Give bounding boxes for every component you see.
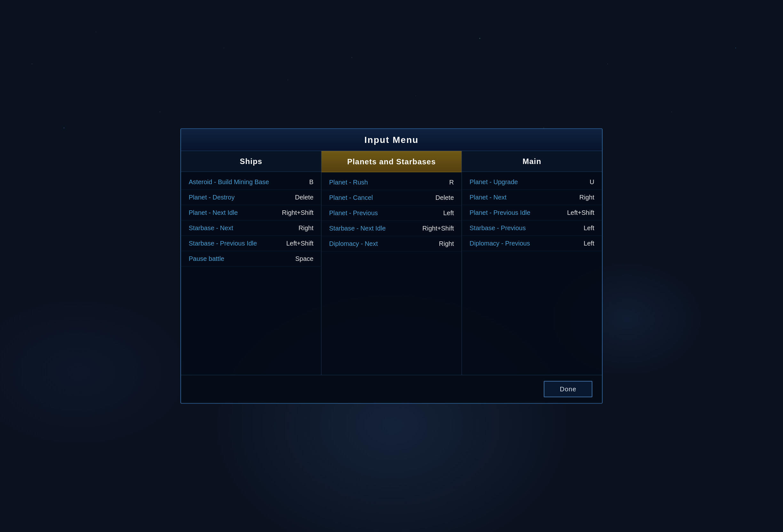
keybind-action: Pause battle	[189, 255, 224, 263]
keybind-key: Left+Shift	[286, 240, 313, 247]
keybind-key: Delete	[435, 194, 454, 201]
keybind-row[interactable]: Planet - Next Idle Right+Shift	[181, 205, 321, 221]
keybind-key: Left	[584, 240, 594, 247]
keybind-key: Right+Shift	[282, 209, 313, 217]
keybind-action: Diplomacy - Previous	[470, 240, 530, 247]
modal-title: Input Menu	[364, 135, 418, 145]
keybind-key: Right	[299, 225, 313, 232]
keybind-row[interactable]: Starbase - Next Right	[181, 221, 321, 236]
keybind-action: Planet - Cancel	[329, 194, 373, 201]
keybind-key: U	[590, 178, 594, 186]
keybind-key: B	[309, 178, 313, 186]
keybind-action: Planet - Destroy	[189, 194, 234, 201]
keybind-key: Delete	[295, 194, 313, 201]
columns-container: Ships Asteroid - Build Mining Base B Pla…	[181, 151, 602, 375]
input-menu-modal: Input Menu Ships Asteroid - Build Mining…	[180, 129, 603, 404]
modal-title-bar: Input Menu	[181, 129, 602, 151]
done-button[interactable]: Done	[544, 381, 592, 397]
keybind-row[interactable]: Planet - Upgrade U	[462, 174, 602, 190]
main-keybind-list: Planet - Upgrade U Planet - Next Right P…	[462, 172, 602, 375]
keybind-action: Planet - Next Idle	[189, 209, 238, 217]
keybind-row[interactable]: Planet - Previous Idle Left+Shift	[462, 205, 602, 221]
planets-starbases-column-header: Planets and Starbases	[321, 151, 462, 172]
keybind-key: Right	[439, 240, 454, 247]
keybind-action: Planet - Rush	[329, 179, 368, 186]
planets-starbases-column-title: Planets and Starbases	[347, 157, 436, 166]
keybind-key: Right	[579, 194, 594, 201]
keybind-action: Starbase - Previous Idle	[189, 240, 257, 247]
main-column-header: Main	[462, 151, 602, 172]
planets-starbases-column: Planets and Starbases Planet - Rush R Pl…	[321, 151, 462, 375]
keybind-row[interactable]: Pause battle Space	[181, 251, 321, 267]
keybind-row[interactable]: Planet - Next Right	[462, 190, 602, 205]
keybind-action: Planet - Previous	[329, 209, 378, 217]
ships-keybind-list: Asteroid - Build Mining Base B Planet - …	[181, 172, 321, 375]
keybind-row[interactable]: Diplomacy - Previous Left	[462, 236, 602, 251]
keybind-row[interactable]: Planet - Cancel Delete	[321, 190, 462, 206]
keybind-action: Starbase - Next Idle	[329, 225, 386, 232]
planets-starbases-keybind-list: Planet - Rush R Planet - Cancel Delete P…	[321, 172, 462, 375]
keybind-row[interactable]: Planet - Rush R	[321, 175, 462, 190]
keybind-row[interactable]: Planet - Previous Left	[321, 206, 462, 221]
keybind-action: Starbase - Next	[189, 225, 233, 232]
keybind-row[interactable]: Planet - Destroy Delete	[181, 190, 321, 205]
keybind-row[interactable]: Starbase - Previous Idle Left+Shift	[181, 236, 321, 251]
keybind-key: Left	[584, 225, 594, 232]
keybind-key: R	[449, 179, 454, 186]
keybind-key: Left	[443, 209, 454, 217]
keybind-action: Diplomacy - Next	[329, 240, 378, 247]
main-column: Main Planet - Upgrade U Planet - Next Ri…	[462, 151, 602, 375]
keybind-row[interactable]: Diplomacy - Next Right	[321, 236, 462, 252]
modal-footer: Done	[181, 375, 602, 403]
keybind-action: Starbase - Previous	[470, 225, 526, 232]
keybind-row[interactable]: Starbase - Next Idle Right+Shift	[321, 221, 462, 236]
ships-column-title: Ships	[240, 157, 262, 166]
main-column-title: Main	[523, 157, 541, 166]
keybind-action: Asteroid - Build Mining Base	[189, 178, 269, 186]
keybind-key: Space	[295, 255, 313, 263]
ships-column: Ships Asteroid - Build Mining Base B Pla…	[181, 151, 321, 375]
keybind-action: Planet - Previous Idle	[470, 209, 530, 217]
keybind-action: Planet - Upgrade	[470, 178, 518, 186]
keybind-row[interactable]: Starbase - Previous Left	[462, 221, 602, 236]
keybind-key: Left+Shift	[567, 209, 594, 217]
ships-column-header: Ships	[181, 151, 321, 172]
keybind-key: Right+Shift	[422, 225, 454, 232]
keybind-row[interactable]: Asteroid - Build Mining Base B	[181, 174, 321, 190]
keybind-action: Planet - Next	[470, 194, 507, 201]
